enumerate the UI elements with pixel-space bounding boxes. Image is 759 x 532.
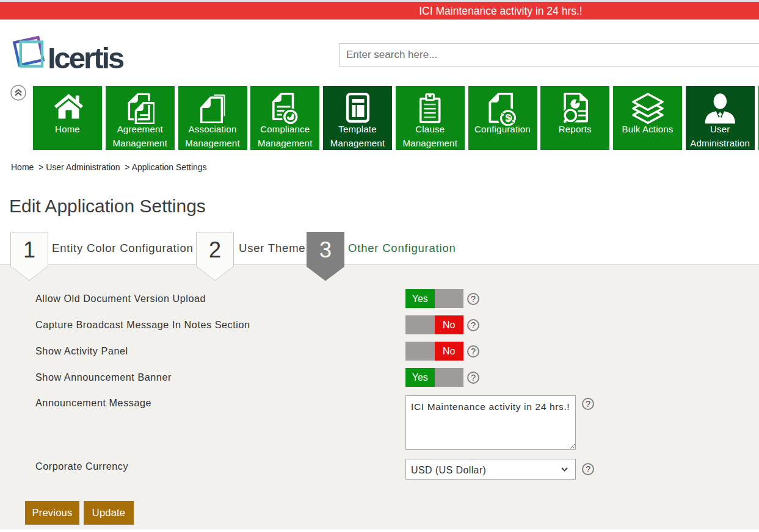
- svg-text:2: 2: [209, 237, 221, 262]
- svg-text:$: $: [506, 112, 511, 123]
- svg-text:3: 3: [319, 237, 332, 262]
- svg-text:1: 1: [23, 237, 35, 262]
